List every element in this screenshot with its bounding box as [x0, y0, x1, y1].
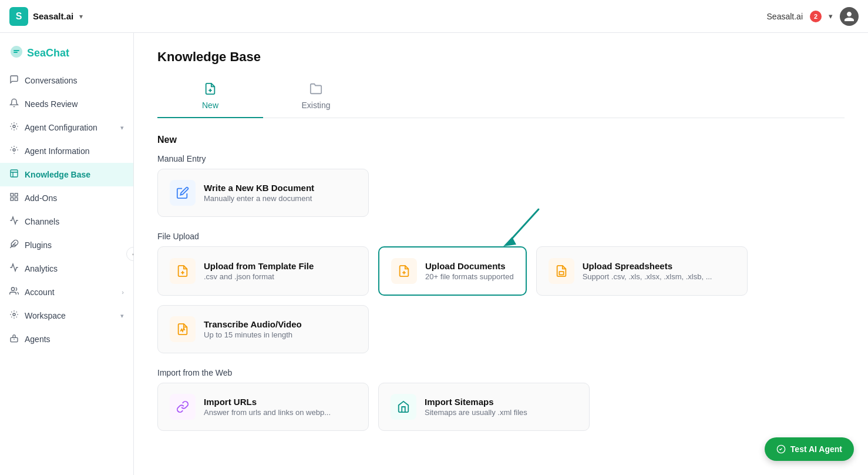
agent-info-icon: [9, 145, 19, 157]
upload-docs-icon: [391, 258, 417, 284]
sidebar-item-conversations[interactable]: Conversations: [0, 69, 133, 92]
sidebar-item-agent-information[interactable]: Agent Information: [0, 139, 133, 163]
upload-docs-text: Upload Documents 20+ file formats suppor…: [425, 261, 514, 281]
needs-review-icon: [9, 98, 19, 110]
file-upload-label: File Upload: [157, 231, 845, 242]
svg-point-0: [13, 125, 15, 128]
card-transcribe-audio-video[interactable]: Transcribe Audio/Video Up to 15 minutes …: [157, 305, 369, 353]
tab-new[interactable]: New: [157, 76, 263, 118]
brand-name: Seasalt.ai: [33, 11, 73, 21]
test-ai-agent-button[interactable]: Test AI Agent: [765, 437, 854, 461]
sidebar-item-channels[interactable]: Channels: [0, 210, 133, 233]
upload-spreadsheets-desc: Support .csv, .xls, .xlsx, .xlsm, .xlsb,…: [583, 272, 712, 281]
write-kb-doc-desc: Manually enter a new document: [204, 194, 314, 203]
import-sitemaps-text: Import Sitemaps Sitemaps are usually .xm…: [425, 397, 527, 417]
import-urls-desc: Answer from urls and links on webp...: [204, 408, 331, 417]
knowledge-base-icon: [9, 169, 19, 180]
conversations-icon: [9, 75, 19, 86]
import-web-label: Import from the Web: [157, 367, 845, 378]
topbar-right: Seasalt.ai 2 ▾: [767, 7, 859, 26]
write-kb-doc-text: Write a New KB Document Manually enter a…: [204, 183, 314, 203]
sidebar-item-agents[interactable]: Agents: [0, 327, 133, 351]
write-kb-doc-icon: [170, 180, 196, 206]
topbar: S Seasalt.ai ▾ Seasalt.ai 2 ▾: [0, 0, 868, 33]
sidebar-item-add-ons[interactable]: Add-Ons: [0, 186, 133, 210]
seachat-logo: SeaChat: [9, 45, 69, 62]
add-ons-label: Add-Ons: [25, 193, 57, 203]
sidebar-item-account[interactable]: Account ›: [0, 280, 133, 304]
upload-docs-desc: 20+ file formats supported: [425, 272, 514, 281]
layout: SeaChat Conversations Needs Review: [0, 33, 868, 475]
sidebar-item-needs-review[interactable]: Needs Review: [0, 92, 133, 116]
import-web-heading: Import from the Web: [157, 368, 232, 377]
manual-entry-cards: Write a New KB Document Manually enter a…: [157, 169, 845, 217]
sidebar-item-plugins[interactable]: Plugins: [0, 233, 133, 257]
svg-point-7: [11, 287, 14, 290]
svg-rect-4: [15, 193, 18, 196]
upload-template-title: Upload from Template File: [204, 261, 314, 271]
page-title: Knowledge Base: [157, 49, 845, 65]
agent-config-chevron: ▾: [120, 124, 124, 132]
svg-rect-2: [11, 170, 18, 177]
import-web-section: Import from the Web Import URLs Answer f…: [157, 367, 845, 431]
sidebar-item-knowledge-base[interactable]: Knowledge Base: [0, 163, 133, 186]
workspace-icon: [9, 310, 19, 322]
main-content: Knowledge Base New Existing New Manual E…: [134, 33, 868, 475]
tab-existing-label: Existing: [301, 101, 330, 110]
transcribe-desc: Up to 15 minutes in length: [204, 330, 302, 339]
svg-point-8: [13, 313, 15, 316]
svg-rect-6: [11, 198, 14, 200]
card-import-urls[interactable]: Import URLs Answer from urls and links o…: [157, 383, 369, 431]
upload-docs-title: Upload Documents: [425, 261, 514, 271]
knowledge-base-label: Knowledge Base: [25, 170, 90, 179]
tab-new-label: New: [202, 101, 218, 110]
import-web-cards: Import URLs Answer from urls and links o…: [157, 383, 845, 431]
tab-existing[interactable]: Existing: [263, 76, 369, 118]
svg-rect-5: [15, 198, 18, 200]
upload-template-text: Upload from Template File .csv and .json…: [204, 261, 314, 281]
add-ons-icon: [9, 192, 19, 204]
upload-spreadsheets-icon: [549, 258, 574, 284]
needs-review-label: Needs Review: [25, 99, 78, 109]
notification-badge[interactable]: 2: [810, 11, 822, 22]
channels-label: Channels: [25, 217, 59, 226]
agent-config-icon: [9, 122, 19, 133]
write-kb-doc-title: Write a New KB Document: [204, 183, 314, 193]
topbar-chevron-right[interactable]: ▾: [829, 12, 833, 21]
import-urls-text: Import URLs Answer from urls and links o…: [204, 397, 331, 417]
transcribe-icon: [170, 316, 196, 342]
account-label: Account: [25, 287, 55, 297]
upload-spreadsheets-title: Upload Spreadsheets: [583, 261, 712, 271]
avatar[interactable]: [840, 7, 859, 26]
agents-icon: [9, 333, 19, 345]
new-heading: New: [157, 135, 845, 145]
tabs: New Existing: [157, 76, 845, 118]
card-import-sitemaps[interactable]: Import Sitemaps Sitemaps are usually .xm…: [378, 383, 590, 431]
sidebar-item-workspace[interactable]: Workspace ▾: [0, 304, 133, 327]
sidebar-nav: Conversations Needs Review Agent Configu…: [0, 69, 133, 356]
import-urls-title: Import URLs: [204, 397, 331, 407]
analytics-label: Analytics: [25, 264, 58, 273]
tab-new-icon: [204, 82, 217, 98]
sidebar-item-analytics[interactable]: Analytics: [0, 257, 133, 280]
agent-config-label: Agent Configuration: [25, 123, 97, 132]
tab-existing-icon: [309, 82, 322, 98]
import-sitemaps-desc: Sitemaps are usually .xml files: [425, 408, 527, 417]
import-sitemaps-title: Import Sitemaps: [425, 397, 527, 407]
test-ai-icon: [776, 444, 786, 454]
import-urls-icon: [170, 394, 196, 420]
plugins-icon: [9, 239, 19, 251]
brand-chevron[interactable]: ▾: [79, 12, 83, 21]
sidebar-item-agent-configuration[interactable]: Agent Configuration ▾: [0, 116, 133, 139]
card-write-kb-doc[interactable]: Write a New KB Document Manually enter a…: [157, 169, 369, 217]
file-upload-section: File Upload Upload from Template File .c…: [157, 231, 845, 353]
workspace-label: Seasalt.ai: [767, 12, 803, 21]
card-upload-documents[interactable]: Upload Documents 20+ file formats suppor…: [378, 246, 527, 296]
agents-label: Agents: [25, 334, 51, 344]
card-upload-template[interactable]: Upload from Template File .csv and .json…: [157, 246, 369, 296]
file-upload-cards: Upload from Template File .csv and .json…: [157, 246, 845, 296]
card-upload-spreadsheets[interactable]: Upload Spreadsheets Support .csv, .xls, …: [536, 246, 748, 296]
upload-spreadsheets-text: Upload Spreadsheets Support .csv, .xls, …: [583, 261, 712, 281]
upload-template-icon: [170, 258, 196, 284]
sidebar-logo-area: SeaChat: [0, 33, 133, 69]
